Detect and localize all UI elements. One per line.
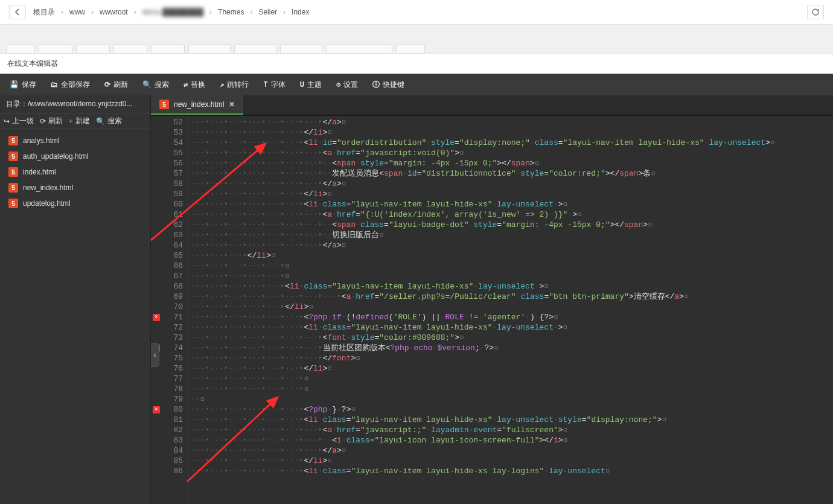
html-icon: 5 bbox=[8, 152, 18, 161]
breadcrumb-item[interactable]: www bbox=[67, 8, 88, 16]
ghost-button[interactable] bbox=[113, 44, 147, 54]
refresh-button[interactable]: ⟳刷新 bbox=[40, 116, 63, 126]
code-line[interactable]: ···‣···‣···‣···‣···‣···‣···‣··<i·class="… bbox=[191, 435, 833, 445]
ghost-button[interactable] bbox=[280, 44, 322, 54]
tab-active[interactable]: 5 new_index.html ✕ bbox=[151, 95, 243, 115]
search-button[interactable]: 🔍搜索 bbox=[96, 116, 122, 126]
file-item[interactable]: 5analys.html bbox=[0, 133, 150, 148]
code-line[interactable]: ···‣···‣···‣···‣···‣···‣···‣</a>¤ bbox=[191, 240, 833, 250]
code-line[interactable]: ···‣···‣···‣···‣···‣···‣···‣···‣<a·href=… bbox=[191, 292, 833, 302]
ghost-button[interactable] bbox=[234, 44, 276, 54]
close-icon[interactable]: ✕ bbox=[229, 100, 235, 109]
file-name: auth_updatelog.html bbox=[23, 152, 89, 161]
code-line[interactable]: ···‣···‣···‣···‣···‣···‣<li·id="orderdis… bbox=[191, 138, 833, 148]
save-button[interactable]: 💾保存 bbox=[2, 74, 43, 95]
code-line[interactable]: ···‣···‣···‣···‣···‣···‣</li>¤ bbox=[191, 127, 833, 138]
replace-button[interactable]: ⇄替换 bbox=[176, 74, 212, 95]
code-line[interactable]: ···‣···‣···‣···‣···‣</li>¤ bbox=[191, 302, 833, 312]
collapse-handle[interactable]: ‹ bbox=[151, 343, 159, 367]
breadcrumb-item[interactable]: wwwroot bbox=[97, 8, 130, 16]
code-line[interactable]: ···‣···‣···‣···‣···‣···‣···‣<a·href="{:U… bbox=[191, 209, 833, 220]
code-line[interactable]: ···‣···‣···‣···‣···‣···‣</li>¤ bbox=[191, 456, 833, 466]
chevron-right-icon: › bbox=[88, 8, 97, 16]
ghost-button[interactable] bbox=[151, 44, 185, 54]
error-marker: ✕ bbox=[153, 406, 160, 413]
chevron-left-icon: ‹ bbox=[154, 351, 156, 359]
code-line[interactable]: ···‣···‣···‣···‣···‣···‣¤ bbox=[191, 374, 833, 384]
code-line[interactable]: ···‣···‣···‣···‣···‣···‣···‣··切换旧版后台¤ bbox=[191, 230, 833, 240]
search-icon: 🔍 bbox=[96, 117, 105, 126]
file-item[interactable]: 5auth_updatelog.html bbox=[0, 148, 150, 164]
font-button[interactable]: T字体 bbox=[256, 74, 292, 95]
share-icon: ↪ bbox=[4, 117, 10, 126]
settings-button[interactable]: ⚙设置 bbox=[329, 74, 365, 95]
ghost-button[interactable] bbox=[396, 44, 425, 54]
refresh-button[interactable]: ⟳刷新 bbox=[97, 74, 135, 95]
chevron-right-icon: › bbox=[206, 8, 215, 16]
ghost-button[interactable] bbox=[188, 44, 231, 54]
code-area[interactable]: ✕✕✕ 525354555657585960616263646566676869… bbox=[151, 116, 833, 504]
breadcrumb-item[interactable]: Index bbox=[289, 8, 311, 16]
code-line[interactable]: ···‣···‣···‣···‣···‣···‣···‣<a·href="jav… bbox=[191, 425, 833, 435]
ghost-button[interactable] bbox=[39, 44, 72, 54]
code-line[interactable]: ···‣···‣···‣···‣···‣···‣<?php·}·?>¤ bbox=[191, 404, 833, 415]
code-line[interactable]: ···‣···‣···‣···‣···‣···‣···‣当前社区团购版本<?ph… bbox=[191, 343, 833, 353]
html-icon: 5 bbox=[8, 167, 18, 177]
save-all-button[interactable]: 🗂全部保存 bbox=[43, 74, 97, 95]
code-line[interactable]: ···‣···‣···‣···‣···‣···‣···‣<font·style=… bbox=[191, 333, 833, 343]
code-line[interactable]: ···‣···‣···‣···‣···‣<li·class="layui-nav… bbox=[191, 281, 833, 292]
code-line[interactable]: ···‣···‣···‣</li>¤ bbox=[191, 250, 833, 261]
code-line[interactable]: ···‣···‣···‣···‣···‣···‣</li>¤ bbox=[191, 363, 833, 374]
file-item[interactable]: 5new_index.html bbox=[0, 180, 150, 196]
back-button[interactable] bbox=[9, 5, 26, 19]
shortcut-button[interactable]: ⓘ快捷键 bbox=[365, 74, 412, 95]
jump-button[interactable]: ↗跳转行 bbox=[212, 74, 256, 95]
code-line[interactable]: ···‣···‣···‣···‣···‣···‣¤ bbox=[191, 384, 833, 394]
code-line[interactable]: ···‣···‣···‣···‣···‣···‣···‣</a>¤ bbox=[191, 445, 833, 456]
breadcrumb-item[interactable]: 根目录 bbox=[31, 7, 57, 18]
code-line[interactable]: ···‣···‣···‣···‣···‣¤ bbox=[191, 271, 833, 281]
code-line[interactable]: ···‣···‣···‣···‣···‣···‣···‣</a>¤ bbox=[191, 117, 833, 127]
search-button[interactable]: 🔍搜索 bbox=[135, 74, 176, 95]
editor-title: 在线文本编辑器 bbox=[0, 54, 833, 74]
theme-button[interactable]: U主题 bbox=[293, 74, 329, 95]
code-line[interactable]: ···‣···‣···‣···‣···‣¤ bbox=[191, 261, 833, 271]
code-line[interactable]: ···‣···‣···‣···‣···‣···‣···‣<a·href="jav… bbox=[191, 148, 833, 158]
refresh-icon: ⟳ bbox=[40, 117, 46, 126]
new-button[interactable]: +新建 bbox=[69, 116, 90, 126]
toolbar-strip bbox=[0, 25, 833, 54]
chevron-right-icon: › bbox=[130, 8, 140, 16]
breadcrumb-item[interactable]: Seller bbox=[256, 8, 279, 16]
code-line[interactable]: ···‣···‣···‣···‣···‣···‣<li·class="layui… bbox=[191, 199, 833, 209]
code-line[interactable]: ···‣···‣···‣···‣···‣···‣<li·class="layui… bbox=[191, 466, 833, 476]
tab-label: new_index.html bbox=[174, 100, 224, 109]
code-line[interactable]: ···‣···‣···‣···‣···‣···‣<li·class="layui… bbox=[191, 322, 833, 333]
chevron-right-icon: › bbox=[279, 8, 289, 16]
file-item[interactable]: 5index.html bbox=[0, 164, 150, 180]
breadcrumb-item[interactable]: demo.████████ bbox=[140, 8, 206, 16]
code-line[interactable]: ···‣···‣···‣···‣···‣···‣<?php·if·(!defin… bbox=[191, 312, 833, 322]
code-line[interactable]: ···‣···‣···‣···‣···‣···‣···‣</font>¤ bbox=[191, 353, 833, 363]
ghost-button[interactable] bbox=[6, 44, 35, 54]
code-lines[interactable]: ···‣···‣···‣···‣···‣···‣···‣</a>¤···‣···… bbox=[188, 116, 833, 504]
file-sidebar: 目录：/www/wwwroot/demo.ynjdzzd0... ↪上一级 ⟳刷… bbox=[0, 95, 151, 504]
ghost-button[interactable] bbox=[76, 44, 110, 54]
code-line[interactable]: ··¤ bbox=[191, 394, 833, 404]
code-line[interactable]: ···‣···‣···‣···‣···‣···‣<li·class="layui… bbox=[191, 415, 833, 425]
plus-icon: + bbox=[69, 117, 73, 126]
font-icon: T bbox=[263, 80, 267, 89]
code-line[interactable]: ···‣···‣···‣···‣···‣···‣</li>¤ bbox=[191, 189, 833, 199]
save-icon: 💾 bbox=[10, 80, 19, 89]
refresh-button[interactable] bbox=[807, 5, 824, 19]
file-item[interactable]: 5updatelog.html bbox=[0, 196, 150, 211]
theme-icon: U bbox=[300, 80, 304, 89]
code-line[interactable]: ···‣···‣···‣···‣···‣···‣···‣··发配送员消息<spa… bbox=[191, 168, 833, 179]
code-line[interactable]: ···‣···‣···‣···‣···‣···‣···‣··<span·clas… bbox=[191, 220, 833, 230]
code-line[interactable]: ···‣···‣···‣···‣···‣···‣···‣</a>¤ bbox=[191, 179, 833, 189]
main-area: 目录：/www/wwwroot/demo.ynjdzzd0... ↪上一级 ⟳刷… bbox=[0, 95, 833, 504]
ghost-button[interactable] bbox=[326, 44, 392, 54]
code-line[interactable]: ···‣···‣···‣···‣···‣···‣···‣··<span·styl… bbox=[191, 158, 833, 168]
file-name: updatelog.html bbox=[23, 199, 71, 208]
breadcrumb-item[interactable]: Themes bbox=[215, 8, 246, 16]
up-level-button[interactable]: ↪上一级 bbox=[4, 116, 34, 126]
